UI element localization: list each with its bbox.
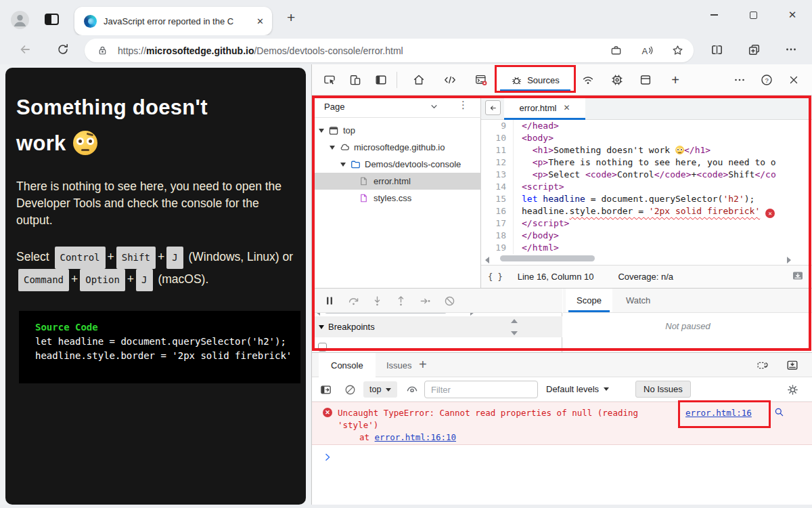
clear-console-icon[interactable] — [343, 383, 357, 396]
code-line-16[interactable]: 16headline.style.border = '2px solid fir… — [481, 205, 812, 217]
tab-sources[interactable]: Sources — [497, 68, 573, 92]
console-tooling-icon[interactable] — [756, 358, 769, 372]
editor-tab-close-icon[interactable]: ✕ — [563, 103, 570, 112]
search-magnifier-icon[interactable] — [773, 406, 785, 420]
help-icon[interactable]: ? — [760, 73, 773, 87]
line-number[interactable]: 11 — [481, 144, 514, 156]
chevron-down-icon[interactable] — [428, 101, 440, 114]
add-drawer-tab-icon[interactable]: + — [419, 357, 427, 373]
step-icon[interactable] — [418, 294, 432, 308]
pretty-print-icon[interactable]: { } — [488, 272, 503, 282]
console-context-selector[interactable]: top — [363, 381, 397, 398]
devtools-menu-icon[interactable] — [733, 73, 746, 87]
line-number[interactable]: 9 — [481, 120, 514, 132]
stack-link[interactable]: error.html:16:10 — [375, 432, 456, 442]
live-expression-eye-icon[interactable] — [405, 383, 419, 396]
console-filter-input[interactable] — [424, 381, 538, 398]
console-panel-icon[interactable] — [474, 73, 488, 87]
breakpoints-section-header[interactable]: Breakpoints — [312, 316, 562, 337]
window-close-button[interactable]: ✕ — [773, 0, 812, 30]
step-over-icon[interactable] — [346, 294, 360, 308]
code-line-10[interactable]: 10<body> — [481, 132, 812, 144]
split-screen-icon[interactable] — [708, 41, 725, 58]
code-line-14[interactable]: 14<script> — [481, 181, 812, 193]
activity-bar-icon[interactable] — [374, 73, 388, 87]
tree-item-styles-css[interactable]: styles.css — [312, 190, 481, 207]
expand-caret-icon[interactable] — [340, 163, 346, 167]
tab-watch[interactable]: Watch — [615, 289, 661, 312]
window-minimize-button[interactable] — [694, 0, 734, 30]
editor-scroll-left-arrow[interactable] — [485, 257, 489, 263]
back-icon[interactable] — [16, 41, 34, 58]
code-line-11[interactable]: 11 <h1>Something doesn't work </h1> — [481, 144, 812, 156]
tab-scope[interactable]: Scope — [566, 289, 612, 312]
line-number[interactable]: 14 — [481, 181, 514, 193]
tree-item-top[interactable]: top — [312, 122, 481, 139]
inline-error-icon[interactable]: ✕ — [765, 209, 775, 218]
console-prompt-chevron-icon[interactable] — [323, 452, 334, 465]
code-line-15[interactable]: 15let headline = document.querySelector(… — [481, 193, 812, 205]
expand-caret-icon[interactable] — [319, 129, 324, 133]
error-source-link[interactable]: error.html:16 — [685, 408, 752, 418]
line-number[interactable]: 19 — [481, 242, 514, 254]
step-into-icon[interactable] — [370, 294, 384, 308]
read-aloud-icon[interactable]: A — [640, 44, 654, 58]
pause-on-exceptions-checkbox[interactable] — [318, 343, 327, 352]
tab-issues[interactable]: Issues — [374, 353, 424, 377]
tree-item-error-html[interactable]: error.html — [312, 173, 481, 190]
new-tab-button[interactable]: + — [287, 12, 295, 23]
network-panel-icon[interactable] — [581, 73, 595, 87]
navigator-tab-page[interactable]: Page — [324, 102, 344, 112]
deactivate-breakpoints-icon[interactable] — [443, 294, 456, 308]
devtools-close-icon[interactable] — [787, 73, 800, 87]
hide-console-drawer-icon[interactable] — [786, 358, 799, 372]
line-number[interactable]: 18 — [481, 230, 514, 242]
tab-console[interactable]: Console — [319, 353, 376, 377]
performance-panel-icon[interactable] — [610, 73, 624, 87]
step-out-icon[interactable] — [394, 294, 407, 308]
line-number[interactable]: 10 — [481, 132, 514, 144]
line-number[interactable]: 17 — [481, 217, 514, 230]
application-panel-icon[interactable] — [639, 73, 652, 87]
line-number[interactable]: 16 — [481, 205, 514, 217]
breakpoints-scroll-down[interactable] — [511, 331, 518, 335]
code-line-12[interactable]: 12 <p>There is nothing to see here, you … — [481, 156, 812, 169]
collections-icon[interactable] — [745, 41, 763, 58]
favorite-star-icon[interactable] — [671, 44, 684, 57]
editor-back-icon[interactable] — [485, 100, 501, 115]
editor-scroll-right-arrow[interactable] — [787, 257, 791, 263]
inspect-element-icon[interactable] — [323, 73, 336, 87]
device-emulation-icon[interactable] — [348, 73, 362, 87]
expand-caret-icon[interactable] — [330, 146, 335, 150]
refresh-icon[interactable] — [54, 41, 72, 58]
breakpoints-scroll-up[interactable] — [511, 319, 518, 323]
pause-script-icon[interactable] — [323, 294, 336, 308]
work-profile-icon[interactable] — [610, 44, 623, 57]
navigator-menu-icon[interactable]: ⋮ — [458, 99, 469, 111]
line-number[interactable]: 12 — [481, 156, 514, 169]
browser-menu-icon[interactable] — [782, 41, 800, 58]
profile-avatar[interactable] — [11, 11, 29, 29]
elements-panel-icon[interactable] — [443, 73, 457, 87]
line-number[interactable]: 15 — [481, 193, 514, 205]
code-line-19[interactable]: 19</html> — [481, 242, 812, 254]
welcome-home-icon[interactable] — [412, 73, 426, 87]
code-line-13[interactable]: 13 <p>Select <code>Control</code>+<code>… — [481, 169, 812, 181]
url-bar[interactable]: https://microsoftedge.github.io/Demos/de… — [85, 39, 694, 62]
code-editor-lines[interactable]: 9</head>10<body>11 <h1>Something doesn't… — [481, 120, 812, 254]
tab-close-icon[interactable]: ✕ — [256, 16, 264, 26]
tree-item-microsoftedge-github-io[interactable]: microsoftedge.github.io — [312, 139, 481, 156]
line-number[interactable]: 13 — [481, 169, 514, 181]
console-settings-gear-icon[interactable] — [786, 383, 799, 396]
log-levels-dropdown[interactable]: Default levels — [546, 384, 609, 394]
window-maximize-button[interactable] — [734, 0, 773, 30]
tree-item-demos-devtools-console[interactable]: Demos/devtools-console — [312, 156, 481, 173]
no-issues-button[interactable]: No Issues — [635, 381, 691, 398]
workspaces-icon[interactable] — [45, 14, 59, 25]
editor-tab-error-html[interactable]: error.html ✕ — [504, 96, 585, 120]
code-line-18[interactable]: 18</body> — [481, 230, 812, 242]
code-line-9[interactable]: 9</head> — [481, 120, 812, 132]
editor-horizontal-scrollbar[interactable] — [500, 255, 595, 261]
code-line-17[interactable]: 17</script> — [481, 217, 812, 230]
console-sidebar-icon[interactable] — [319, 383, 332, 396]
